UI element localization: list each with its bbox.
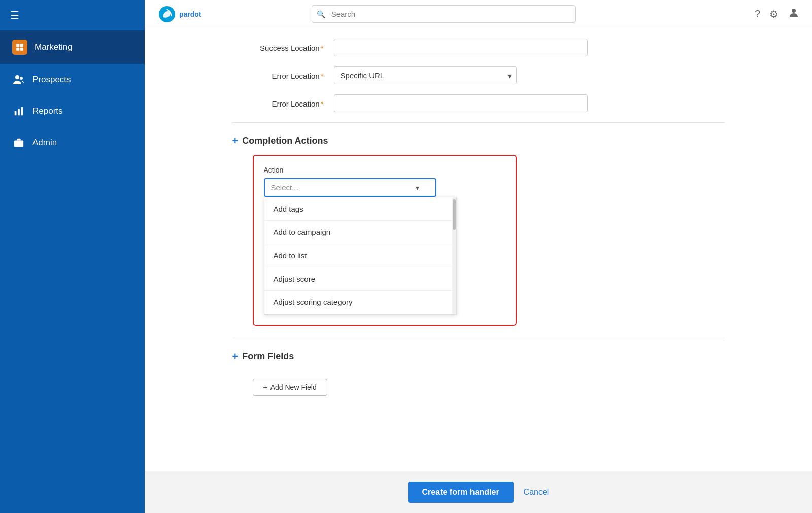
help-icon[interactable]: ? <box>755 8 760 20</box>
sidebar-item-marketing[interactable]: Marketing <box>0 30 145 64</box>
svg-text:pardot: pardot <box>179 10 201 18</box>
error-location-input-wrapper <box>334 94 725 112</box>
admin-icon <box>12 136 25 149</box>
search-icon: 🔍 <box>317 10 325 18</box>
action-select-button[interactable]: Select... ▾ <box>264 178 436 197</box>
dropdown-item-adjust-score[interactable]: Adjust score <box>264 267 456 291</box>
sidebar-item-prospects[interactable]: Prospects <box>0 64 145 95</box>
svg-rect-8 <box>21 107 23 116</box>
svg-rect-0 <box>16 44 19 47</box>
section-divider-2 <box>232 338 725 338</box>
svg-point-14 <box>792 9 796 13</box>
svg-point-4 <box>15 75 19 79</box>
form-fields-plus-icon[interactable]: + <box>232 351 239 362</box>
pardot-logo: pardot <box>157 5 218 23</box>
form-fields-header: + Form Fields <box>232 351 725 362</box>
error-location-dropdown-row: Error Location* Specific URL Default Pag… <box>232 66 725 84</box>
error-location-select[interactable]: Specific URL Default Page Custom URL <box>334 66 517 84</box>
svg-point-5 <box>20 77 23 80</box>
user-icon[interactable] <box>788 7 800 21</box>
svg-rect-2 <box>16 48 19 51</box>
prospects-icon <box>12 73 25 86</box>
add-field-plus-icon: + <box>263 383 267 391</box>
content-area: Success Location* Error Location* Specif… <box>145 28 812 471</box>
logo: pardot <box>157 5 218 23</box>
dropdown-scrollbar <box>452 197 456 314</box>
error-location-dropdown-wrapper: Specific URL Default Page Custom URL <box>334 66 725 84</box>
error-location-input[interactable] <box>334 94 588 112</box>
form-fields-title: Form Fields <box>242 351 294 362</box>
success-location-label: Success Location* <box>232 39 324 52</box>
topbar: pardot 🔍 ? ⚙ <box>145 0 812 28</box>
marketing-icon <box>12 40 27 55</box>
required-marker-3: * <box>321 99 324 108</box>
add-field-label: Add New Field <box>270 383 317 391</box>
topbar-actions: ? ⚙ <box>755 7 800 21</box>
add-new-field-button[interactable]: + Add New Field <box>253 379 327 396</box>
action-dropdown-container: Action Select... ▾ Add tags <box>253 155 517 326</box>
dropdown-item-adjust-scoring-category[interactable]: Adjust scoring category <box>264 291 456 314</box>
footer-bar: Create form handler Cancel <box>145 471 812 513</box>
dropdown-item-add-list[interactable]: Add to list <box>264 244 456 267</box>
action-select-placeholder: Select... <box>271 183 298 192</box>
sidebar-item-prospects-label: Prospects <box>32 75 71 85</box>
action-label: Action <box>264 166 505 174</box>
completion-actions-plus-icon[interactable]: + <box>232 135 239 147</box>
cancel-button[interactable]: Cancel <box>524 488 549 497</box>
search-container: 🔍 <box>312 5 576 23</box>
svg-rect-6 <box>15 111 17 115</box>
sidebar-item-admin-label: Admin <box>32 138 57 148</box>
error-location-input-label: Error Location* <box>232 94 324 108</box>
sidebar-item-admin[interactable]: Admin <box>0 127 145 158</box>
dropdown-item-add-campaign[interactable]: Add to campaign <box>264 221 456 244</box>
success-location-row: Success Location* <box>232 39 725 56</box>
success-location-input[interactable] <box>334 39 588 56</box>
required-marker-2: * <box>321 72 324 80</box>
form-container: Success Location* Error Location* Specif… <box>212 28 745 416</box>
reports-icon <box>12 105 25 118</box>
hamburger-menu[interactable]: ☰ <box>0 0 145 30</box>
sidebar-item-reports[interactable]: Reports <box>0 95 145 127</box>
error-location-dropdown-label: Error Location* <box>232 66 324 80</box>
required-marker: * <box>321 44 324 52</box>
svg-rect-1 <box>20 44 23 47</box>
create-form-handler-button[interactable]: Create form handler <box>408 482 514 503</box>
search-input[interactable] <box>312 5 576 23</box>
action-select-chevron-icon: ▾ <box>416 184 419 192</box>
sidebar-item-reports-label: Reports <box>32 106 63 116</box>
sidebar-item-marketing-label: Marketing <box>35 42 73 52</box>
error-location-input-row: Error Location* <box>232 94 725 112</box>
main-area: pardot 🔍 ? ⚙ Success Location* <box>145 0 812 513</box>
success-location-input-wrapper <box>334 39 725 56</box>
create-button-label: Create form handler <box>422 488 499 496</box>
svg-rect-3 <box>20 48 23 51</box>
section-divider-1 <box>232 122 725 123</box>
hamburger-icon: ☰ <box>10 10 19 21</box>
completion-actions-header: + Completion Actions <box>232 135 725 147</box>
action-dropdown-list: Add tags Add to campaign Add to list Adj… <box>264 197 457 315</box>
cancel-button-label: Cancel <box>524 488 549 496</box>
error-location-select-wrapper: Specific URL Default Page Custom URL <box>334 66 517 84</box>
completion-actions-title: Completion Actions <box>242 135 328 146</box>
dropdown-scroll-thumb <box>453 199 456 230</box>
svg-rect-7 <box>18 109 20 115</box>
sidebar: ☰ Marketing Prospects <box>0 0 145 513</box>
dropdown-item-add-tags[interactable]: Add tags <box>264 197 456 221</box>
settings-icon[interactable]: ⚙ <box>769 8 779 20</box>
svg-rect-9 <box>14 140 23 147</box>
